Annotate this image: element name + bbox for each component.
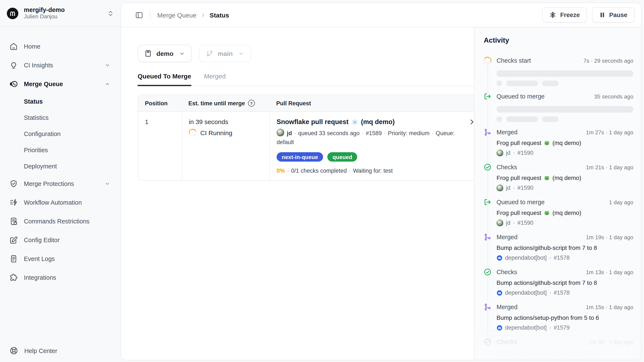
pr-number: #1590 xyxy=(518,149,534,157)
queued-to-merge-icon xyxy=(484,93,492,100)
dependabot-icon xyxy=(496,255,502,261)
checks-waiting: Waiting for: test xyxy=(353,168,393,174)
book-icon xyxy=(144,50,152,57)
activity-pr-title[interactable]: Bump actions/setup-python from 5 to 6 xyxy=(496,348,633,357)
snowflake-emoji xyxy=(352,119,358,125)
skeleton-row xyxy=(496,116,633,122)
activity-item[interactable]: Merged 1m 19s · 1 day ago Bump actions/g… xyxy=(484,233,633,262)
ci-running-spinner-icon xyxy=(188,128,198,138)
activity-author: dependabot[bot] · #1579 xyxy=(496,359,633,360)
repository-value: demo xyxy=(156,50,174,57)
ci-status: CI Running xyxy=(200,129,232,136)
repo-branch-toolbar: demo main xyxy=(138,45,482,62)
activity-pr-title[interactable]: Frog pull request (mq demo) xyxy=(496,174,633,182)
sidebar-item-status[interactable]: Status xyxy=(0,93,120,110)
breadcrumb: Merge Queue Status xyxy=(157,11,229,19)
sidebar-item-priorities[interactable]: Priorities xyxy=(0,142,120,158)
sidebar-item-workflow-automation[interactable]: Workflow Automation xyxy=(0,193,120,212)
activity-item[interactable]: Queued to merge 35 seconds ago xyxy=(484,92,633,122)
chevrons-up-down-icon xyxy=(108,10,114,17)
shield-check-icon xyxy=(10,180,18,188)
puzzle-icon xyxy=(10,273,18,282)
activity-pr-title[interactable]: Bump actions/setup-python from 5 to 6 xyxy=(496,313,633,322)
sidebar-item-config-editor[interactable]: Config Editor xyxy=(0,231,120,249)
avatar xyxy=(276,129,284,136)
activity-list: Checks start 7s · 29 seconds ago Queued … xyxy=(484,56,633,360)
label-badge: next-in-queue xyxy=(276,152,323,162)
git-merge-icon xyxy=(484,233,492,241)
activity-pr-title[interactable]: Bump actions/github-script from 7 to 8 xyxy=(496,278,633,287)
chevron-down-icon xyxy=(104,181,110,187)
activity-author: dependabot[bot] · #1579 xyxy=(496,324,633,332)
org-name: mergify-demo xyxy=(24,6,65,13)
sidebar-item-ci-insights[interactable]: CI Insights xyxy=(0,56,120,75)
activity-item[interactable]: Queued to merge 1 day ago Frog pull requ… xyxy=(484,198,633,227)
freeze-label: Freeze xyxy=(560,12,580,18)
activity-item[interactable]: Merged 1m 27s · 1 day ago Frog pull requ… xyxy=(484,128,633,157)
tab-queued-to-merge[interactable]: Queued To Merge xyxy=(138,73,191,86)
breadcrumb-merge-queue[interactable]: Merge Queue xyxy=(157,11,196,19)
activity-item[interactable]: Checks 1m 13s · 1 day ago Bump actions/g… xyxy=(484,268,633,297)
snowflake-icon xyxy=(550,12,556,18)
sidebar-item-home[interactable]: Home xyxy=(0,37,120,56)
activity-pr-title[interactable]: Frog pull request (mq demo) xyxy=(496,208,633,217)
sidebar-item-commands-restrictions[interactable]: Commands Restrictions xyxy=(0,212,120,231)
column-pull-request: Pull Request xyxy=(269,95,481,111)
dependabot-icon xyxy=(496,325,502,331)
sidebar-item-integrations[interactable]: Integrations xyxy=(0,268,120,287)
pr-meta: jd·queued 33 seconds ago·#1589·Priority:… xyxy=(276,129,462,147)
lightbulb-icon xyxy=(10,61,18,70)
main-card: Merge Queue Status Freeze Pause xyxy=(120,3,642,360)
sidebar-item-event-logs[interactable]: Event Logs xyxy=(0,249,120,268)
sidebar-item-label: Merge Protections xyxy=(24,180,74,187)
activity-item[interactable]: Checks 1m 21s · 1 day ago Frog pull requ… xyxy=(484,163,633,192)
help-circle-icon[interactable]: ? xyxy=(248,100,255,107)
sidebar-item-statistics[interactable]: Statistics xyxy=(0,110,120,126)
home-icon xyxy=(10,42,18,51)
column-position: Position xyxy=(138,95,182,111)
file-lock-icon xyxy=(10,217,18,226)
activity-item[interactable]: Merged 1m 15s · 1 day ago Bump actions/s… xyxy=(484,303,633,332)
avatar xyxy=(496,220,503,226)
pause-button[interactable]: Pause xyxy=(592,7,634,23)
pr-number: #1590 xyxy=(518,219,534,227)
queue-tabs: Queued To Merge Merged xyxy=(138,73,482,86)
header-actions: Freeze Pause xyxy=(542,7,634,23)
file-text-icon xyxy=(10,255,18,263)
skeleton-bar xyxy=(496,106,633,113)
chevron-down-icon xyxy=(179,51,185,57)
pause-icon xyxy=(600,12,606,18)
freeze-button[interactable]: Freeze xyxy=(542,7,587,23)
activity-pr-title[interactable]: Frog pull request (mq demo) xyxy=(496,139,633,147)
queue-row[interactable]: 1 in 39 seconds CI Running Snowflake pul xyxy=(138,112,481,180)
pr-title[interactable]: Snowflake pull request (mq demo) xyxy=(276,118,462,126)
sidebar-item-deployment[interactable]: Deployment xyxy=(0,158,120,174)
org-owner: Julien Danjou xyxy=(24,14,65,20)
queue-position: 1 xyxy=(145,118,148,125)
branch-select[interactable]: main xyxy=(199,45,251,62)
sidebar-item-merge-queue[interactable]: Merge Queue xyxy=(0,75,120,93)
repository-select[interactable]: demo xyxy=(138,45,192,62)
sidebar-toggle-icon[interactable] xyxy=(135,11,143,19)
tab-merged[interactable]: Merged xyxy=(204,73,226,86)
sidebar-item-merge-protections[interactable]: Merge Protections xyxy=(0,174,120,193)
activity-author: jd · #1590 xyxy=(496,184,633,192)
queued-to-merge-icon xyxy=(484,198,492,206)
activity-panel: Activity Checks start 7s · 29 seconds ag… xyxy=(474,27,641,360)
org-selector[interactable]: mergify-demo Julien Danjou xyxy=(0,0,120,27)
activity-item[interactable]: Checks 1m 9s · 1 day ago Bump actions/se… xyxy=(484,338,633,360)
queue-table: Position Est. time until merge ? Pull Re… xyxy=(138,95,482,181)
check-circle-icon xyxy=(484,268,492,276)
sidebar-item-configuration[interactable]: Configuration xyxy=(0,126,120,142)
chevron-up-icon xyxy=(104,81,110,87)
label-badge: queued xyxy=(327,152,357,162)
breadcrumb-status: Status xyxy=(210,11,229,19)
activity-pr-title[interactable]: Bump actions/github-script from 7 to 8 xyxy=(496,243,633,252)
spinner-icon xyxy=(484,57,492,64)
activity-author: dependabot[bot] · #1578 xyxy=(496,289,633,297)
merge-queue-subnav: Status Statistics Configuration Prioriti… xyxy=(0,93,120,174)
help-center-link[interactable]: Help Center xyxy=(10,346,57,355)
sidebar-nav: Home CI Insights xyxy=(0,27,120,287)
pr-labels: next-in-queue queued xyxy=(276,152,462,162)
activity-item[interactable]: Checks start 7s · 29 seconds ago xyxy=(484,56,633,86)
